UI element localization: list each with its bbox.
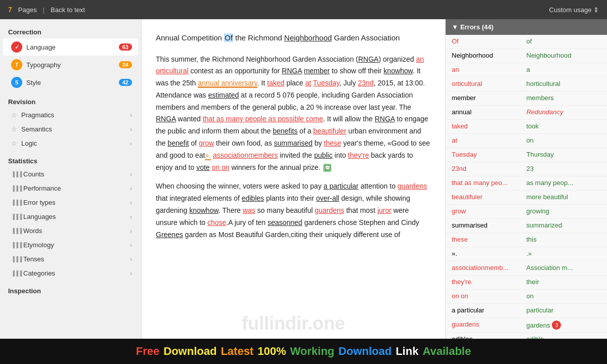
error-row-aparticular[interactable]: a particular particular (446, 304, 607, 318)
pages-label[interactable]: Pages (18, 6, 37, 14)
error-was[interactable]: was (243, 206, 255, 214)
error-chose[interactable]: chose (207, 218, 226, 226)
a-particular[interactable]: a particular (324, 182, 359, 190)
error-juror[interactable]: juror (377, 206, 392, 214)
error-row-an[interactable]: an a (446, 63, 607, 77)
error-associationmembers[interactable]: associationmembers (213, 151, 278, 159)
chevron-words: › (130, 228, 132, 235)
error-that-as-many[interactable]: that as many people as possible come (203, 115, 323, 123)
error-quote[interactable]: ». (205, 151, 211, 160)
error-row-orticultural[interactable]: orticultural horticultural (446, 77, 607, 92)
errors-header: ▼ Errors (44) (446, 19, 607, 35)
error-left-an: an (452, 66, 527, 73)
error-annual-anniversary[interactable]: annual anniversary (198, 79, 257, 88)
content-area: fullindir.one Annual Competition Of the … (142, 19, 445, 364)
language-badge: 63 (119, 43, 132, 51)
sidebar-item-performance[interactable]: ▐▐▐ Performance › (3, 181, 138, 195)
sidebar-item-words[interactable]: ▐▐▐ Words › (3, 224, 138, 238)
error-row-annual[interactable]: annual Redundancy (446, 106, 607, 120)
error-right-tuesday: Thursday (527, 151, 601, 158)
error-row-summarised[interactable]: summarised summarized (446, 219, 607, 233)
sidebar-item-etymology[interactable]: ▐▐▐ Etymology › (3, 238, 138, 252)
error-right-onon: on (527, 292, 601, 300)
sidebar-item-counts[interactable]: ▐▐▐ Counts › (3, 167, 138, 181)
error-right-at: on (527, 136, 601, 144)
error-orticultural[interactable]: orticultural (156, 67, 189, 75)
error-theyre[interactable]: they're (348, 151, 369, 159)
revision-title: Revision (0, 94, 141, 108)
error-left-of: Of (452, 37, 527, 45)
sidebar-item-style[interactable]: S Style 42 (3, 74, 138, 91)
comment-icon[interactable]: 💬 (323, 164, 331, 172)
error-right-neighborhood: Neighbourhood (527, 52, 601, 59)
error-neighborhood[interactable]: Neighborhood (284, 33, 332, 42)
error-row-thasmany[interactable]: that as many peo... as many peop... (446, 176, 607, 191)
counts-label: Counts (23, 170, 128, 178)
sidebar-item-language[interactable]: ✓ Language 63 (3, 38, 138, 56)
language-icon: ✓ (11, 41, 22, 53)
error-seasonned[interactable]: seasonned (268, 218, 302, 226)
error-row-quote[interactable]: ». .» (446, 247, 607, 261)
error-row-grow[interactable]: grow growing (446, 205, 607, 219)
errors-triangle: ▼ (452, 23, 458, 31)
error-right-quote: .» (527, 250, 601, 257)
error-row-onon[interactable]: on on on (446, 290, 607, 304)
typography-badge: 24 (119, 61, 132, 68)
knowhow-2: knowhow (189, 206, 219, 214)
error-row-these[interactable]: these this (446, 233, 607, 247)
error-row-of[interactable]: Of of (446, 35, 607, 49)
error-row-member[interactable]: member members (446, 92, 607, 106)
sidebar-item-logic[interactable]: ☆ Logic › (3, 136, 138, 150)
error-left-23nd: 23nd (452, 165, 527, 172)
error-right-orticultural: horticultural (527, 80, 601, 87)
error-right-assocmemb: Association m... (527, 264, 601, 271)
errors-title: Errors (44) (460, 23, 494, 31)
error-row-taked[interactable]: taked took (446, 120, 607, 134)
error-taked[interactable]: taked (267, 79, 284, 87)
error-23nd[interactable]: 23nd (358, 79, 374, 87)
error-row-theyre[interactable]: they're their (446, 276, 607, 290)
bar-icon-tenses: ▐▐▐ (11, 256, 19, 262)
star-icon-semantics: ☆ (11, 125, 17, 133)
sidebar-item-languages[interactable]: ▐▐▐ Languages › (3, 210, 138, 223)
back-to-text-button[interactable]: Back to text (51, 6, 85, 14)
sidebar-item-categories[interactable]: ▐▐▐ Categories › (3, 266, 138, 280)
error-guardens-2[interactable]: guardens (315, 206, 344, 214)
error-left-tuesday: Tuesday (452, 151, 527, 158)
sidebar-item-tenses[interactable]: ▐▐▐ Tenses › (3, 252, 138, 266)
error-onon[interactable]: on on (212, 163, 230, 171)
sidebar-item-pragmatics[interactable]: ☆ Pragmatics › (3, 108, 138, 122)
error-row-beautifuler[interactable]: beautifuler more beautiful (446, 191, 607, 205)
error-left-these: these (452, 236, 527, 243)
edibles[interactable]: edibles (242, 194, 264, 202)
error-left-thasmany: that as many peo... (452, 179, 527, 187)
error-right-thasmany: as many peop... (527, 179, 601, 187)
error-row-guardens[interactable]: guardens gardens 3 (446, 318, 607, 333)
error-at[interactable]: at (306, 79, 312, 87)
error-guardens-1[interactable]: guardens (398, 182, 427, 190)
error-row-assocmemb[interactable]: associationmemb... Association m... (446, 261, 607, 276)
sidebar-item-error-types[interactable]: ▐▐▐ Error types › (3, 196, 138, 209)
knowhow-1: knowhow (383, 67, 413, 75)
error-summarised[interactable]: summarised (274, 139, 313, 147)
semantics-label: Semantics (21, 125, 128, 133)
error-overrall[interactable]: over-all (316, 194, 339, 202)
custom-usage-button[interactable]: Custom usage ⇕ (549, 6, 599, 14)
error-an[interactable]: an (416, 55, 424, 63)
error-greenes[interactable]: Greenes (156, 231, 183, 239)
error-row-at[interactable]: at on (446, 134, 607, 148)
error-row-tuesday[interactable]: Tuesday Thursday (446, 148, 607, 162)
error-tuesday[interactable]: Tuesday (313, 79, 339, 87)
error-of[interactable]: Of (224, 33, 233, 42)
sidebar-item-semantics[interactable]: ☆ Semantics › (3, 122, 138, 136)
sidebar-item-typography[interactable]: T Typography 24 (3, 56, 138, 73)
main-layout: Correction ✓ Language 63 T Typography 24… (0, 19, 607, 364)
error-right-these: this (527, 236, 601, 243)
error-member[interactable]: member (304, 67, 330, 75)
error-row-23nd[interactable]: 23nd 23 (446, 162, 607, 176)
typography-label: Typography (26, 61, 119, 69)
error-row-neighborhood[interactable]: Neighborhood Neighbourhood (446, 49, 607, 63)
error-grow[interactable]: grow (199, 139, 214, 147)
error-beautifuler[interactable]: beautifuler (313, 127, 346, 135)
error-these[interactable]: these (324, 139, 341, 147)
